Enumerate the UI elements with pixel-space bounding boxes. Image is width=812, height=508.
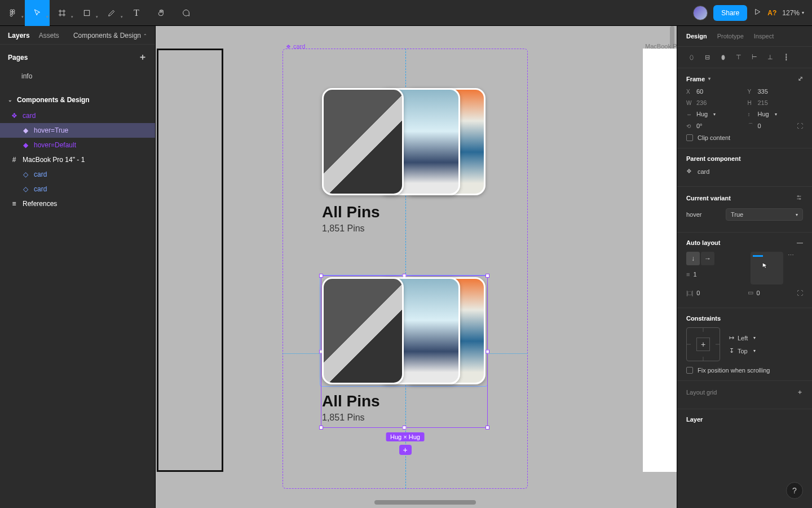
remove-auto-layout-icon[interactable]: — [797,239,803,246]
page-item-info[interactable]: info [0,69,155,84]
help-button[interactable]: ? [786,482,803,499]
align-right-icon[interactable]: ⬮ [718,54,728,61]
page-item-active[interactable]: ⌄ Components & Design [0,91,155,108]
layer-label: MacBook Pro 14" - 1 [23,156,85,164]
right-panel: Design Prototype Inspect ⬯ ⊟ ⬮ ⊤ ⊢ ⊥ ┇ F… [677,26,812,508]
alignment-box[interactable] [751,252,783,284]
fix-position-checkbox[interactable]: Fix position when scrolling [686,367,803,374]
variant-select[interactable]: True ▾ [726,208,803,221]
chevron-down-icon: ▾ [71,15,73,19]
constraint-v-select[interactable]: ↧Top▾ [729,347,803,354]
rotation-icon: ⟲ [686,123,693,129]
go-to-parent-button[interactable]: ❖ card [686,168,803,175]
y-input[interactable]: 335 [758,88,768,95]
radius-input[interactable]: 0 [758,122,761,129]
layer-variant-true[interactable]: ◆ hover=True [0,123,155,138]
chevron-down-icon: ▾ [121,15,123,19]
variant-true-card[interactable]: All Pins 1,851 Pins [322,277,486,423]
independent-corners-icon[interactable]: ⛶ [797,122,803,129]
gap-input[interactable]: 1 [693,271,696,278]
independent-padding-icon[interactable]: ⛶ [797,290,803,296]
hand-tool[interactable] [149,0,174,26]
auto-layout-more-icon[interactable]: ⋯ [788,252,794,259]
variant-default-card[interactable]: All Pins 1,851 Pins [322,88,486,234]
direction-vertical-button[interactable]: ↓ [686,252,700,265]
x-input[interactable]: 60 [696,88,703,95]
assets-tab[interactable]: Assets [39,32,59,40]
figma-menu-button[interactable]: ▾ [0,0,25,26]
component-set-frame[interactable]: card All Pins 1,851 Pins All Pins 1,851 … [283,49,528,489]
width-resize-select[interactable]: ↔Hug▾ [686,111,742,117]
macbook-frame[interactable] [643,49,677,472]
align-hcenter-icon[interactable]: ⊟ [702,54,712,61]
svg-point-0 [10,10,12,12]
current-variant-section: Current variant hover True ▾ [677,187,812,233]
align-top-icon[interactable]: ⊤ [734,54,744,61]
layer-variant-default[interactable]: ◆ hover=Default [0,138,155,152]
add-page-button[interactable]: ＋ [138,51,147,63]
constraint-h-select[interactable]: ↦Left▾ [729,334,803,341]
pages-header: Pages ＋ [0,45,155,67]
w-input[interactable]: 236 [696,99,707,106]
add-layout-grid-icon[interactable]: ＋ [797,388,803,396]
shape-tool[interactable]: ▾ [74,0,99,26]
canvas[interactable]: MacBook Pr card All Pins 1,851 Pins All … [156,26,677,508]
distribute-icon[interactable]: ┇ [781,54,791,61]
card-subtitle: 1,851 Pins [322,413,486,423]
variant-value: True [731,211,743,218]
current-variant-title: Current variant [686,195,731,202]
layer-component-card[interactable]: ❖ card [0,108,155,123]
align-vcenter-icon[interactable]: ⊢ [749,54,760,61]
frame-thumbnail [157,49,223,472]
rotation-input[interactable]: 0° [696,122,703,129]
variant-settings-icon[interactable] [795,194,803,203]
height-resize-select[interactable]: ↕Hug▾ [748,111,804,117]
text-tool[interactable]: T [124,0,149,26]
clip-content-checkbox[interactable]: Clip content [686,134,803,141]
add-variant-button[interactable]: + [399,445,412,455]
pen-icon [107,8,116,17]
present-button[interactable] [753,7,762,18]
chevron-down-icon: ▾ [708,76,710,81]
constraints-center-icon: + [696,338,710,351]
move-tool[interactable]: ▾ [25,0,50,26]
resize-h-icon: ↔ [686,111,693,117]
layer-references[interactable]: ≡ References [0,196,155,211]
comment-tool[interactable] [174,0,198,26]
zoom-control[interactable]: 127% ▾ [782,9,804,17]
top-toolbar: ▾ ▾ ▾ ▾ ▾ T Share A? 127% ▾ [0,0,812,26]
missing-fonts-indicator[interactable]: A? [767,9,776,17]
padding-h-input[interactable]: 0 [696,290,700,296]
card-title: All Pins [322,392,486,410]
inspect-tab[interactable]: Inspect [754,33,774,40]
card-thumbnails [322,277,486,384]
prototype-tab[interactable]: Prototype [717,33,744,40]
padding-v-icon: ▭ [748,289,753,296]
component-icon: ◆ [21,141,29,149]
pen-tool[interactable]: ▾ [99,0,124,26]
h-input[interactable]: 215 [758,99,768,106]
chevron-down-icon: ▾ [753,348,756,353]
layers-tab[interactable]: Layers [8,32,30,40]
layer-instance-card-1[interactable]: ◇ card [0,167,155,182]
page-selector[interactable]: Components & Design ⌃ [73,32,147,40]
align-left-icon[interactable]: ⬯ [686,54,696,61]
user-avatar[interactable] [693,6,708,20]
svg-point-1 [12,10,15,12]
direction-horizontal-button[interactable]: → [701,252,714,265]
horizontal-scrollbar[interactable] [374,500,476,505]
share-button[interactable]: Share [713,5,747,21]
layer-label: card [34,185,47,193]
layer-frame-macbook[interactable]: # MacBook Pro 14" - 1 [0,152,155,167]
design-tab[interactable]: Design [686,33,707,40]
svg-point-3 [12,12,15,14]
radius-icon: ⌒ [748,122,754,130]
layer-instance-card-2[interactable]: ◇ card [0,182,155,196]
frame-title[interactable]: Frame [686,76,705,82]
align-bottom-icon[interactable]: ⊥ [765,54,775,61]
constraints-box[interactable]: + [686,327,720,361]
constraints-title: Constraints [686,315,721,322]
padding-v-input[interactable]: 0 [757,290,760,296]
frame-tool[interactable]: ▾ [50,0,74,26]
resize-to-fit-icon[interactable]: ⤢ [798,75,803,82]
